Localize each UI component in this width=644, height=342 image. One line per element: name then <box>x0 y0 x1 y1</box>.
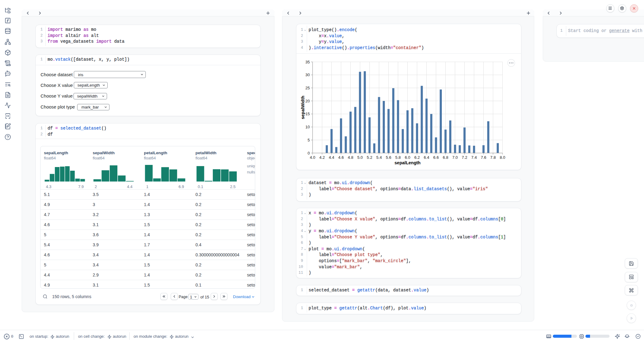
svg-text:6.4: 6.4 <box>424 155 429 160</box>
svg-text:6.0: 6.0 <box>405 155 410 160</box>
svg-text:5: 5 <box>308 138 310 142</box>
svg-text:5.6: 5.6 <box>386 155 391 160</box>
svg-text:4.6: 4.6 <box>338 155 344 160</box>
svg-text:sepalLength: sepalLength <box>395 160 420 165</box>
svg-text:5.4: 5.4 <box>376 155 382 160</box>
svg-text:10: 10 <box>306 125 310 129</box>
svg-text:7.2: 7.2 <box>462 155 467 160</box>
svg-text:5.0: 5.0 <box>357 155 363 160</box>
svg-text:0: 0 <box>308 151 310 155</box>
svg-text:20: 20 <box>306 99 310 103</box>
svg-text:8.0: 8.0 <box>500 155 505 160</box>
svg-text:7.8: 7.8 <box>490 155 496 160</box>
svg-text:6.2: 6.2 <box>414 155 420 160</box>
svg-text:4.8: 4.8 <box>348 155 353 160</box>
svg-text:35: 35 <box>306 60 310 64</box>
svg-text:sepalWidth: sepalWidth <box>300 96 305 119</box>
svg-text:5.8: 5.8 <box>395 155 401 160</box>
svg-text:7.4: 7.4 <box>471 155 477 160</box>
svg-text:4.4: 4.4 <box>329 155 334 160</box>
svg-text:30: 30 <box>306 73 310 77</box>
svg-text:7.6: 7.6 <box>481 155 486 160</box>
svg-text:4.2: 4.2 <box>319 155 325 160</box>
svg-text:6.8: 6.8 <box>443 155 448 160</box>
svg-text:5.2: 5.2 <box>367 155 372 160</box>
svg-text:4.0: 4.0 <box>310 155 315 160</box>
svg-text:15: 15 <box>306 112 310 116</box>
svg-text:6.6: 6.6 <box>433 155 439 160</box>
svg-text:7.0: 7.0 <box>452 155 458 160</box>
svg-text:25: 25 <box>306 86 310 90</box>
